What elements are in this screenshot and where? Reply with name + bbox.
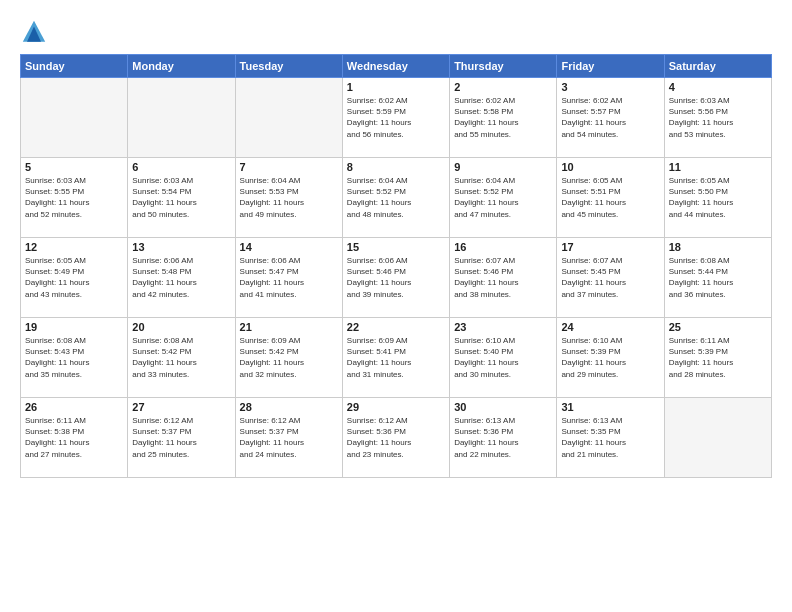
weekday-saturday: Saturday <box>664 55 771 78</box>
day-number: 21 <box>240 321 338 333</box>
day-number: 6 <box>132 161 230 173</box>
calendar-cell: 5Sunrise: 6:03 AMSunset: 5:55 PMDaylight… <box>21 158 128 238</box>
day-number: 26 <box>25 401 123 413</box>
calendar-cell: 18Sunrise: 6:08 AMSunset: 5:44 PMDayligh… <box>664 238 771 318</box>
cell-info: Sunrise: 6:09 AMSunset: 5:41 PMDaylight:… <box>347 335 445 380</box>
day-number: 9 <box>454 161 552 173</box>
cell-info: Sunrise: 6:03 AMSunset: 5:55 PMDaylight:… <box>25 175 123 220</box>
calendar-cell: 8Sunrise: 6:04 AMSunset: 5:52 PMDaylight… <box>342 158 449 238</box>
day-number: 16 <box>454 241 552 253</box>
calendar-cell <box>128 78 235 158</box>
calendar-cell: 9Sunrise: 6:04 AMSunset: 5:52 PMDaylight… <box>450 158 557 238</box>
cell-info: Sunrise: 6:02 AMSunset: 5:59 PMDaylight:… <box>347 95 445 140</box>
cell-info: Sunrise: 6:11 AMSunset: 5:39 PMDaylight:… <box>669 335 767 380</box>
calendar-cell: 11Sunrise: 6:05 AMSunset: 5:50 PMDayligh… <box>664 158 771 238</box>
day-number: 14 <box>240 241 338 253</box>
calendar-cell: 1Sunrise: 6:02 AMSunset: 5:59 PMDaylight… <box>342 78 449 158</box>
cell-info: Sunrise: 6:05 AMSunset: 5:49 PMDaylight:… <box>25 255 123 300</box>
day-number: 23 <box>454 321 552 333</box>
day-number: 27 <box>132 401 230 413</box>
cell-info: Sunrise: 6:06 AMSunset: 5:48 PMDaylight:… <box>132 255 230 300</box>
day-number: 10 <box>561 161 659 173</box>
calendar-cell: 2Sunrise: 6:02 AMSunset: 5:58 PMDaylight… <box>450 78 557 158</box>
weekday-tuesday: Tuesday <box>235 55 342 78</box>
day-number: 2 <box>454 81 552 93</box>
cell-info: Sunrise: 6:03 AMSunset: 5:56 PMDaylight:… <box>669 95 767 140</box>
cell-info: Sunrise: 6:03 AMSunset: 5:54 PMDaylight:… <box>132 175 230 220</box>
calendar-cell: 31Sunrise: 6:13 AMSunset: 5:35 PMDayligh… <box>557 398 664 478</box>
day-number: 25 <box>669 321 767 333</box>
calendar-cell: 12Sunrise: 6:05 AMSunset: 5:49 PMDayligh… <box>21 238 128 318</box>
day-number: 15 <box>347 241 445 253</box>
week-row-5: 26Sunrise: 6:11 AMSunset: 5:38 PMDayligh… <box>21 398 772 478</box>
cell-info: Sunrise: 6:08 AMSunset: 5:44 PMDaylight:… <box>669 255 767 300</box>
day-number: 17 <box>561 241 659 253</box>
weekday-header-row: SundayMondayTuesdayWednesdayThursdayFrid… <box>21 55 772 78</box>
cell-info: Sunrise: 6:10 AMSunset: 5:39 PMDaylight:… <box>561 335 659 380</box>
calendar-cell: 3Sunrise: 6:02 AMSunset: 5:57 PMDaylight… <box>557 78 664 158</box>
cell-info: Sunrise: 6:04 AMSunset: 5:53 PMDaylight:… <box>240 175 338 220</box>
calendar-cell: 17Sunrise: 6:07 AMSunset: 5:45 PMDayligh… <box>557 238 664 318</box>
calendar-cell <box>21 78 128 158</box>
cell-info: Sunrise: 6:10 AMSunset: 5:40 PMDaylight:… <box>454 335 552 380</box>
day-number: 20 <box>132 321 230 333</box>
cell-info: Sunrise: 6:04 AMSunset: 5:52 PMDaylight:… <box>454 175 552 220</box>
day-number: 28 <box>240 401 338 413</box>
weekday-wednesday: Wednesday <box>342 55 449 78</box>
calendar-cell: 20Sunrise: 6:08 AMSunset: 5:42 PMDayligh… <box>128 318 235 398</box>
calendar-cell: 6Sunrise: 6:03 AMSunset: 5:54 PMDaylight… <box>128 158 235 238</box>
day-number: 1 <box>347 81 445 93</box>
page: SundayMondayTuesdayWednesdayThursdayFrid… <box>0 0 792 612</box>
cell-info: Sunrise: 6:13 AMSunset: 5:36 PMDaylight:… <box>454 415 552 460</box>
calendar-cell <box>664 398 771 478</box>
weekday-thursday: Thursday <box>450 55 557 78</box>
cell-info: Sunrise: 6:12 AMSunset: 5:36 PMDaylight:… <box>347 415 445 460</box>
day-number: 13 <box>132 241 230 253</box>
week-row-4: 19Sunrise: 6:08 AMSunset: 5:43 PMDayligh… <box>21 318 772 398</box>
calendar-cell: 7Sunrise: 6:04 AMSunset: 5:53 PMDaylight… <box>235 158 342 238</box>
cell-info: Sunrise: 6:06 AMSunset: 5:47 PMDaylight:… <box>240 255 338 300</box>
day-number: 19 <box>25 321 123 333</box>
cell-info: Sunrise: 6:11 AMSunset: 5:38 PMDaylight:… <box>25 415 123 460</box>
day-number: 31 <box>561 401 659 413</box>
week-row-1: 1Sunrise: 6:02 AMSunset: 5:59 PMDaylight… <box>21 78 772 158</box>
calendar-cell: 25Sunrise: 6:11 AMSunset: 5:39 PMDayligh… <box>664 318 771 398</box>
cell-info: Sunrise: 6:04 AMSunset: 5:52 PMDaylight:… <box>347 175 445 220</box>
calendar-cell: 27Sunrise: 6:12 AMSunset: 5:37 PMDayligh… <box>128 398 235 478</box>
calendar-cell: 13Sunrise: 6:06 AMSunset: 5:48 PMDayligh… <box>128 238 235 318</box>
calendar-cell: 4Sunrise: 6:03 AMSunset: 5:56 PMDaylight… <box>664 78 771 158</box>
logo-icon <box>20 18 48 46</box>
cell-info: Sunrise: 6:07 AMSunset: 5:45 PMDaylight:… <box>561 255 659 300</box>
day-number: 3 <box>561 81 659 93</box>
calendar-cell: 26Sunrise: 6:11 AMSunset: 5:38 PMDayligh… <box>21 398 128 478</box>
calendar-cell: 14Sunrise: 6:06 AMSunset: 5:47 PMDayligh… <box>235 238 342 318</box>
cell-info: Sunrise: 6:05 AMSunset: 5:50 PMDaylight:… <box>669 175 767 220</box>
week-row-2: 5Sunrise: 6:03 AMSunset: 5:55 PMDaylight… <box>21 158 772 238</box>
weekday-monday: Monday <box>128 55 235 78</box>
cell-info: Sunrise: 6:06 AMSunset: 5:46 PMDaylight:… <box>347 255 445 300</box>
calendar-cell: 29Sunrise: 6:12 AMSunset: 5:36 PMDayligh… <box>342 398 449 478</box>
day-number: 24 <box>561 321 659 333</box>
calendar-cell: 24Sunrise: 6:10 AMSunset: 5:39 PMDayligh… <box>557 318 664 398</box>
day-number: 11 <box>669 161 767 173</box>
cell-info: Sunrise: 6:07 AMSunset: 5:46 PMDaylight:… <box>454 255 552 300</box>
calendar-cell: 10Sunrise: 6:05 AMSunset: 5:51 PMDayligh… <box>557 158 664 238</box>
cell-info: Sunrise: 6:02 AMSunset: 5:57 PMDaylight:… <box>561 95 659 140</box>
week-row-3: 12Sunrise: 6:05 AMSunset: 5:49 PMDayligh… <box>21 238 772 318</box>
calendar-cell <box>235 78 342 158</box>
weekday-friday: Friday <box>557 55 664 78</box>
weekday-sunday: Sunday <box>21 55 128 78</box>
day-number: 8 <box>347 161 445 173</box>
day-number: 22 <box>347 321 445 333</box>
calendar-cell: 15Sunrise: 6:06 AMSunset: 5:46 PMDayligh… <box>342 238 449 318</box>
cell-info: Sunrise: 6:13 AMSunset: 5:35 PMDaylight:… <box>561 415 659 460</box>
cell-info: Sunrise: 6:08 AMSunset: 5:42 PMDaylight:… <box>132 335 230 380</box>
calendar-cell: 22Sunrise: 6:09 AMSunset: 5:41 PMDayligh… <box>342 318 449 398</box>
calendar-cell: 30Sunrise: 6:13 AMSunset: 5:36 PMDayligh… <box>450 398 557 478</box>
day-number: 29 <box>347 401 445 413</box>
cell-info: Sunrise: 6:02 AMSunset: 5:58 PMDaylight:… <box>454 95 552 140</box>
calendar: SundayMondayTuesdayWednesdayThursdayFrid… <box>20 54 772 478</box>
cell-info: Sunrise: 6:08 AMSunset: 5:43 PMDaylight:… <box>25 335 123 380</box>
calendar-cell: 23Sunrise: 6:10 AMSunset: 5:40 PMDayligh… <box>450 318 557 398</box>
day-number: 12 <box>25 241 123 253</box>
